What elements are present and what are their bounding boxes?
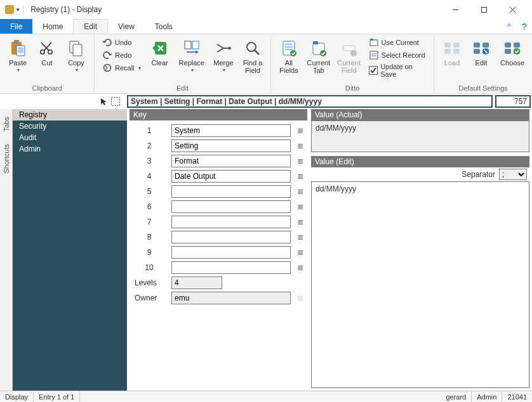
svg-point-37 xyxy=(350,50,357,56)
key-panel-header: Key xyxy=(130,109,307,120)
svg-rect-54 xyxy=(505,42,511,48)
replace-button[interactable]: Replace▾ xyxy=(176,37,207,74)
qat-dropdown-icon[interactable]: ▾ xyxy=(17,6,20,13)
key-input-2[interactable] xyxy=(171,139,291,152)
key-insert-icon[interactable]: ≣ xyxy=(295,217,306,226)
copy-icon xyxy=(66,38,86,58)
value-panel-group: Value (Actual) dd/MM/yyyy Value (Edit) S… xyxy=(311,109,529,388)
value-edit-box[interactable]: dd/MM/yyyy xyxy=(311,181,529,388)
key-insert-icon[interactable]: ≣ xyxy=(295,157,306,165)
record-count: 757 xyxy=(495,95,531,108)
svg-rect-1 xyxy=(482,7,487,12)
key-input-4[interactable] xyxy=(171,170,291,183)
recall-icon xyxy=(102,63,112,73)
key-insert-icon[interactable]: ≣ xyxy=(295,126,306,135)
ditto-all-fields-button[interactable]: All Fields xyxy=(276,37,302,75)
close-button[interactable] xyxy=(498,1,527,18)
copy-button[interactable]: Copy ▾ xyxy=(63,37,89,74)
find-field-button[interactable]: Find a Field xyxy=(240,37,265,75)
defaults-choose-button[interactable]: Choose xyxy=(498,37,527,68)
merge-icon xyxy=(213,38,234,58)
defaults-edit-button[interactable]: Edit xyxy=(469,37,494,68)
update-on-save-checkbox[interactable]: Update on Save xyxy=(366,62,429,79)
sidebar-item-security[interactable]: Security xyxy=(13,120,127,132)
ribbon-tab-home[interactable]: Home xyxy=(32,19,73,34)
help-icon[interactable]: ? xyxy=(517,19,532,34)
cut-button[interactable]: Cut xyxy=(34,37,60,68)
paste-button[interactable]: Paste ▾ xyxy=(5,37,30,74)
ribbon-tab-file[interactable]: File xyxy=(0,19,32,34)
key-row-num: 6 xyxy=(131,202,168,211)
ribbon: Paste ▾ Cut Copy ▾ Clipboard Undo Redo R… xyxy=(0,34,532,94)
key-input-9[interactable] xyxy=(171,246,291,259)
selection-tool-icon[interactable] xyxy=(110,96,121,107)
key-insert-icon[interactable]: ≣ xyxy=(295,263,306,272)
key-insert-icon[interactable]: ≣ xyxy=(295,141,306,150)
sidebar-item-registry[interactable]: Registry xyxy=(13,109,127,120)
clear-icon xyxy=(150,38,170,58)
ribbon-tab-tools[interactable]: Tools xyxy=(145,19,183,34)
undo-button[interactable]: Undo xyxy=(100,37,143,48)
svg-marker-59 xyxy=(101,98,107,105)
minimize-button[interactable] xyxy=(441,1,470,18)
key-row-num: 7 xyxy=(131,217,168,226)
key-insert-icon[interactable]: ≣ xyxy=(295,187,306,196)
key-input-10[interactable] xyxy=(171,261,291,274)
select-record-button[interactable]: Select Record xyxy=(366,49,429,61)
key-insert-icon[interactable]: ≣ xyxy=(295,233,306,242)
load-icon xyxy=(442,38,462,58)
key-input-1[interactable] xyxy=(171,124,291,137)
maximize-button[interactable] xyxy=(470,1,498,18)
key-row-num: 10 xyxy=(131,263,168,272)
owner-label: Owner xyxy=(131,294,168,302)
replace-icon xyxy=(182,38,202,58)
defaults-edit-icon xyxy=(471,38,491,58)
scissors-icon xyxy=(37,38,57,58)
current-tab-icon xyxy=(309,38,329,58)
svg-rect-38 xyxy=(370,40,378,46)
recall-button[interactable]: Recall▾ xyxy=(100,62,143,74)
sidebar: Registry Security Audit Admin xyxy=(13,109,127,391)
value-edit-panel: Value (Edit) Separator ; dd/MM/yyyy xyxy=(311,156,529,388)
svg-rect-60 xyxy=(112,98,120,106)
separator-select[interactable]: ; xyxy=(499,169,527,180)
value-actual-box: dd/MM/yyyy xyxy=(311,120,529,152)
vtab-tabs[interactable]: Tabs xyxy=(3,117,10,131)
key-row-num: 9 xyxy=(131,248,168,257)
key-input-3[interactable] xyxy=(171,155,291,167)
key-input-8[interactable] xyxy=(171,231,291,243)
ribbon-tab-view[interactable]: View xyxy=(108,19,145,34)
svg-rect-6 xyxy=(17,46,25,56)
key-input-6[interactable] xyxy=(171,200,291,213)
svg-point-32 xyxy=(290,50,296,56)
redo-button[interactable]: Redo xyxy=(100,49,143,61)
ditto-current-field-button: Current Field xyxy=(336,37,362,75)
ribbon-tab-edit[interactable]: Edit xyxy=(73,19,108,34)
svg-rect-55 xyxy=(514,42,520,48)
sidebar-item-audit[interactable]: Audit xyxy=(13,132,127,143)
key-input-7[interactable] xyxy=(171,216,291,228)
key-insert-icon[interactable]: ≣ xyxy=(295,202,306,211)
ribbon-collapse-icon[interactable]: ^ xyxy=(502,19,517,34)
svg-rect-34 xyxy=(313,41,318,44)
vtab-shortcuts[interactable]: Shortcuts xyxy=(3,144,10,173)
key-row-num: 1 xyxy=(131,126,168,135)
clear-button[interactable]: Clear xyxy=(147,37,173,68)
status-bar: Display Entry 1 of 1 gerard Admin 21041 xyxy=(0,391,532,402)
svg-rect-44 xyxy=(444,42,451,48)
paste-icon xyxy=(8,38,28,58)
current-field-icon xyxy=(339,38,359,58)
key-row-num: 2 xyxy=(131,141,168,150)
key-insert-icon[interactable]: ≣ xyxy=(295,248,306,257)
svg-rect-50 xyxy=(474,49,480,54)
key-insert-icon[interactable]: ≣ xyxy=(295,172,306,181)
checkbox-checked-icon xyxy=(369,65,378,75)
use-current-button[interactable]: Use Current xyxy=(366,37,429,48)
merge-button[interactable]: Merge▾ xyxy=(211,37,236,74)
cursor-tool-icon[interactable] xyxy=(99,97,108,106)
status-build: 21041 xyxy=(502,391,532,402)
sidebar-item-admin[interactable]: Admin xyxy=(13,143,127,155)
path-field[interactable]: System | Setting | Format | Date Output … xyxy=(127,95,493,108)
ditto-current-tab-button[interactable]: Current Tab xyxy=(305,37,332,75)
key-input-5[interactable] xyxy=(171,185,291,198)
